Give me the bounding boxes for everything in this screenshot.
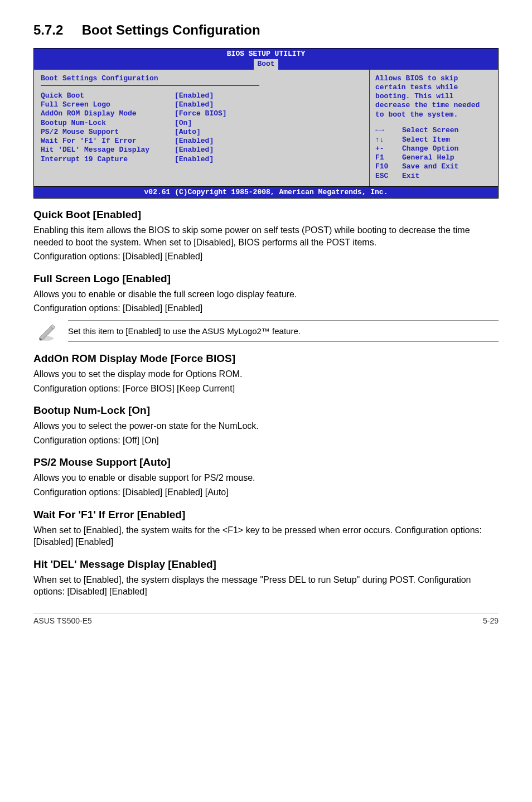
config-quick-boot: Configuration options: [Disabled] [Enabl…	[33, 250, 499, 263]
bios-row-label: Full Screen Logo	[41, 100, 175, 109]
config-bootup-numlock: Configuration options: [Off] [On]	[33, 434, 499, 447]
bios-row-label: Bootup Num-Lock	[41, 119, 175, 128]
bios-nav-line: +- Change Option	[375, 144, 492, 153]
bios-nav-label: Select Item	[402, 136, 450, 144]
bios-nav-label: Exit	[402, 172, 419, 181]
footer-right: 5-29	[483, 616, 499, 625]
note-text: Set this item to [Enabled] to use the AS…	[68, 320, 499, 342]
bios-row-value: [Enabled]	[175, 91, 214, 100]
section-number: 5.7.2	[33, 22, 78, 38]
subhead-full-screen-logo: Full Screen Logo [Enabled]	[33, 273, 499, 285]
footer-left: ASUS TS500-E5	[33, 616, 92, 625]
body-ps2-mouse: Allows you to enable or disable support …	[33, 472, 499, 484]
bios-row-value: [Enabled]	[175, 100, 214, 109]
page-footer: ASUS TS500-E5 5-29	[33, 613, 499, 625]
config-ps2-mouse: Configuration options: [Disabled] [Enabl…	[33, 486, 499, 499]
bios-nav-line: ←→ Select Screen	[375, 126, 492, 135]
bios-row-value: [Force BIOS]	[175, 109, 227, 118]
bios-row-label: Interrupt 19 Capture	[41, 155, 175, 164]
section-title: 5.7.2 Boot Settings Configuration	[33, 22, 499, 38]
body-wait-f1: When set to [Enabled], the system waits …	[33, 524, 499, 548]
bios-row-label: Wait For 'F1' If Error	[41, 137, 175, 146]
bios-row: Full Screen Logo [Enabled]	[41, 100, 362, 109]
body-quick-boot: Enabling this item allows the BIOS to sk…	[33, 224, 499, 248]
bios-left-panel: Boot Settings Configuration Quick Boot […	[34, 70, 370, 186]
section-title-text: Boot Settings Configuration	[82, 22, 260, 37]
bios-row: Hit 'DEL' Message Display [Enabled]	[41, 146, 362, 154]
subhead-hit-del: Hit 'DEL' Message Display [Enabled]	[33, 558, 499, 571]
pencil-icon	[33, 320, 59, 342]
bios-row-label: AddOn ROM Display Mode	[41, 109, 175, 118]
bios-row: Wait For 'F1' If Error [Enabled]	[41, 137, 362, 146]
bios-nav-block: ←→ Select Screen ↑↓ Select Item +- Chang…	[375, 126, 492, 181]
bios-nav-label: Save and Exit	[402, 162, 458, 171]
bios-row-value: [On]	[175, 119, 192, 128]
note-row: Set this item to [Enabled] to use the AS…	[33, 320, 499, 342]
bios-nav-line: ESC Exit	[375, 172, 492, 181]
bios-right-panel: Allows BIOS to skip certain tests while …	[370, 70, 498, 186]
bios-help-text: Allows BIOS to skip certain tests while …	[375, 74, 492, 119]
bios-row-value: [Enabled]	[175, 155, 214, 164]
bios-nav-label: Select Screen	[402, 126, 458, 135]
bios-nav-key: ←→	[375, 126, 402, 135]
bios-row: Quick Boot [Enabled]	[41, 91, 362, 100]
bios-row: Interrupt 19 Capture [Enabled]	[41, 155, 362, 164]
bios-nav-key: F10	[375, 162, 402, 171]
subhead-ps2-mouse: PS/2 Mouse Support [Auto]	[33, 456, 499, 468]
bios-row-label: Hit 'DEL' Message Display	[41, 146, 175, 154]
subhead-addon-rom: AddOn ROM Display Mode [Force BIOS]	[33, 352, 499, 365]
bios-row: PS/2 Mouse Support [Auto]	[41, 128, 362, 137]
bios-nav-key: ESC	[375, 172, 402, 181]
bios-row-label: PS/2 Mouse Support	[41, 128, 175, 137]
bios-row-label: Quick Boot	[41, 91, 175, 100]
bios-setup-screenshot: BIOS SETUP UTILITY Boot Boot Settings Co…	[33, 48, 499, 199]
bios-row-value: [Auto]	[175, 128, 201, 137]
bios-panel-title: Boot Settings Configuration	[41, 74, 362, 83]
bios-header: BIOS SETUP UTILITY Boot	[34, 49, 498, 69]
config-full-screen-logo: Configuration options: [Disabled] [Enabl…	[33, 302, 499, 315]
bios-row-value: [Enabled]	[175, 146, 214, 154]
subhead-wait-f1: Wait For 'F1' If Error [Enabled]	[33, 509, 499, 521]
body-full-screen-logo: Allows you to enable or disable the full…	[33, 288, 499, 301]
bios-nav-key: ↑↓	[375, 136, 402, 144]
bios-footer: v02.61 (C)Copyright 1985-2008, American …	[34, 186, 498, 198]
body-addon-rom: Allows you to set the display mode for O…	[33, 368, 499, 380]
bios-nav-label: Change Option	[402, 144, 458, 153]
config-addon-rom: Configuration options: [Force BIOS] [Kee…	[33, 383, 499, 395]
bios-tab-boot: Boot	[254, 59, 278, 69]
bios-nav-label: General Help	[402, 153, 454, 162]
body-bootup-numlock: Allows you to select the power-on state …	[33, 420, 499, 432]
bios-utility-title: BIOS SETUP UTILITY	[34, 50, 498, 59]
bios-nav-key: +-	[375, 144, 402, 153]
bios-nav-key: F1	[375, 153, 402, 162]
bios-row: AddOn ROM Display Mode [Force BIOS]	[41, 109, 362, 118]
bios-nav-line: F10 Save and Exit	[375, 162, 492, 171]
bios-row: Bootup Num-Lock [On]	[41, 119, 362, 128]
bios-row-value: [Enabled]	[175, 137, 214, 146]
bios-nav-line: ↑↓ Select Item	[375, 136, 492, 144]
subhead-quick-boot: Quick Boot [Enabled]	[33, 209, 499, 221]
subhead-bootup-numlock: Bootup Num-Lock [On]	[33, 404, 499, 417]
bios-nav-line: F1 General Help	[375, 153, 492, 162]
body-hit-del: When set to [Enabled], the system displa…	[33, 574, 499, 598]
